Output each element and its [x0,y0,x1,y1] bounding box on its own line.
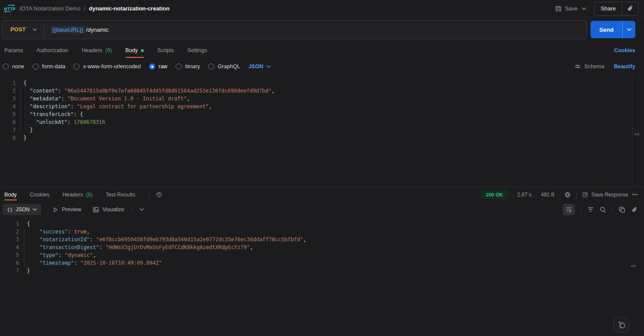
code-line: 3 "notarizationId": "e6f8ccb6950458fd9eb… [0,236,644,243]
request-body-editor[interactable]: 1 { 2 "content": "96a5447815a0bf0e7efa66… [0,74,644,187]
code-text: { [16,79,27,87]
response-tools-right [563,204,638,215]
response-tab-body[interactable]: Body [4,187,17,202]
code-line: 5 "type": "dynamic", [0,251,644,259]
code-line: 4 "description": "Legal contract for par… [0,103,644,110]
code-line: 1 { [0,220,644,228]
response-tab-cookies[interactable]: Cookies [30,187,50,202]
radio-icon[interactable] [33,63,39,70]
response-history-button[interactable] [156,191,163,198]
response-toolbar: {} JSON Preview Visualize [0,202,644,217]
url-input[interactable]: {{baseURL}} /dynamic [51,26,109,33]
code-text: "notarizationId": "e6f8ccb6950458fd9eb79… [19,236,306,243]
tab-headers[interactable]: Headers(9) [82,42,112,59]
code-line: 4 "transactionDigest": "HdWsV3gjUrDvMxUv… [0,243,644,251]
code-line: 8 } [0,134,644,142]
divider [149,191,149,198]
body-type-urlencoded[interactable]: x-www-form-urlencoded [73,63,141,70]
tab-settings[interactable]: Settings [187,42,207,59]
radio-icon[interactable] [73,63,80,70]
filter-button[interactable] [588,207,594,212]
visualize-button[interactable]: Visualize [93,206,124,213]
more-actions-button[interactable]: ••• [632,192,638,197]
copy-link-button[interactable] [631,206,638,213]
http-request-icon: HTTP [3,4,15,13]
code-text: { [19,220,30,228]
line-number: 3 [0,95,16,103]
breadcrumb-collection[interactable]: IOTA Notarization Demo [20,5,80,12]
code-text: "timestamp": "2025-10-16T10:49:09.094Z" [19,259,162,267]
network-info-button[interactable] [564,191,571,198]
code-line: 2 "success": true, [0,228,644,236]
body-type-graphql[interactable]: GraphQL [208,63,240,70]
radio-selected-icon[interactable] [149,63,155,70]
method-chevron-icon[interactable] [33,28,37,31]
url-path[interactable]: /dynamic [86,27,109,33]
copy-link-button[interactable] [622,5,638,12]
line-number: 6 [0,259,19,267]
send-button-group: Send [591,21,635,38]
radio-icon[interactable] [208,63,214,70]
response-tab-test-results[interactable]: Test Results [106,187,135,202]
history-clock-icon [156,191,163,198]
save-button[interactable]: Save [555,5,578,12]
top-bar: HTTP IOTA Notarization Demo / dynamic-no… [0,0,644,17]
response-header: Body Cookies Headers(8) Test Results 200… [0,187,644,202]
tab-scripts[interactable]: Scripts [157,42,174,59]
save-response-button[interactable]: Save Response [582,192,628,198]
braces-icon: {} [7,207,13,213]
response-headers-count: (8) [86,192,93,198]
editor-actions: Schema Beautify [574,63,635,70]
headers-count: (9) [105,47,112,53]
tab-authorization[interactable]: Authorization [37,42,68,59]
code-text: "success": true, [19,228,90,236]
wrap-text-button[interactable] [563,204,575,215]
divider [576,191,577,198]
schema-button[interactable]: Schema [574,63,604,70]
preview-button[interactable]: Preview [53,206,81,213]
view-options-chevron[interactable] [139,208,144,211]
url-variable[interactable]: {{baseURL}} [51,26,85,33]
response-meta: 200 OK · 2.87 s · 491 B · [481,187,638,202]
raw-language-selector[interactable]: JSON [249,63,271,70]
line-number: 2 [0,228,19,236]
body-type-binary[interactable]: binary [176,63,200,70]
method-selector[interactable]: POST [2,27,33,33]
radio-icon[interactable] [3,63,9,70]
response-time: 2.87 s [517,192,531,198]
search-button[interactable] [600,206,606,213]
send-button[interactable]: Send [591,21,622,38]
code-line: 6 "unlockAt": 1760678316 [0,118,644,126]
copy-icon [619,206,625,213]
image-icon [93,206,99,213]
body-type-form-data[interactable]: form-data [33,63,66,70]
code-text: } [16,126,33,134]
code-text: "transactionDigest": "HdWsV3gjUrDvMxUvFy… [19,243,253,251]
breadcrumb-separator: / [84,5,86,12]
tab-params[interactable]: Params [4,42,23,59]
wrap-text-icon [566,206,572,213]
line-number: 6 [0,118,16,126]
divider [581,206,581,213]
body-type-raw[interactable]: raw [149,63,167,70]
response-format-selector[interactable]: {} JSON [3,204,41,215]
globe-icon [564,191,571,198]
save-button-label: Save [565,5,578,12]
body-type-bar: none form-data x-www-form-urlencoded raw… [0,59,644,74]
divider [132,206,133,213]
request-scrollbar-thumb[interactable] [634,133,640,135]
response-tab-headers[interactable]: Headers(8) [63,187,93,202]
cookies-link[interactable]: Cookies [614,47,635,53]
tab-body[interactable]: Body [126,42,144,59]
copy-button[interactable] [619,206,625,213]
code-line: 1 { [0,79,644,87]
code-text: "content": "96a5447815a0bf0e7efa66845f4d… [16,87,275,95]
body-type-none[interactable]: none [3,63,24,70]
radio-icon[interactable] [176,63,182,70]
code-text: } [19,267,30,275]
play-icon [53,207,58,213]
share-button[interactable]: Share [594,5,622,12]
save-options-chevron[interactable] [582,7,586,10]
beautify-button[interactable]: Beautify [614,63,635,70]
send-options-chevron[interactable] [622,21,635,38]
